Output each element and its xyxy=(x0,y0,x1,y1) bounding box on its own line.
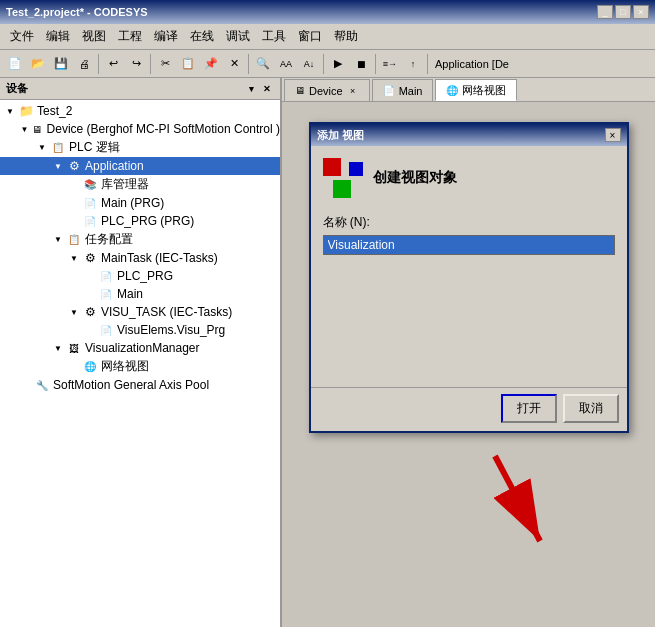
expander-application[interactable]: ▼ xyxy=(50,158,66,174)
toolbar-open[interactable]: 📂 xyxy=(27,53,49,75)
toolbar-b6[interactable]: ↑ xyxy=(402,53,424,75)
tree-item-test2[interactable]: ▼ 📁 Test_2 xyxy=(0,102,280,120)
menu-view[interactable]: 视图 xyxy=(76,26,112,47)
expander-maintask[interactable]: ▼ xyxy=(66,250,82,266)
menu-online[interactable]: 在线 xyxy=(184,26,220,47)
expander-taskconfig[interactable]: ▼ xyxy=(50,232,66,248)
device-tree: ▼ 📁 Test_2 ▼ 🖥 Device (Berghof MC-PI Sof… xyxy=(0,100,280,627)
icon-networkview: 🌐 xyxy=(82,359,98,375)
toolbar-redo[interactable]: ↪ xyxy=(125,53,147,75)
separator-2 xyxy=(150,54,151,74)
minimize-button[interactable]: _ xyxy=(597,5,613,19)
tree-item-plcprg2[interactable]: ▶ 📄 PLC_PRG xyxy=(0,267,280,285)
label-maintask: MainTask (IEC-Tasks) xyxy=(101,251,218,265)
label-application: Application xyxy=(85,159,144,173)
menu-window[interactable]: 窗口 xyxy=(292,26,328,47)
expander-test2[interactable]: ▼ xyxy=(2,103,18,119)
dialog-open-button[interactable]: 打开 xyxy=(501,394,557,423)
toolbar-b5[interactable]: ≡→ xyxy=(379,53,401,75)
toolbar-paste[interactable]: 📌 xyxy=(200,53,222,75)
tree-item-visuelems[interactable]: ▶ 📄 VisuElems.Visu_Prg xyxy=(0,321,280,339)
icon-visutask: ⚙ xyxy=(82,304,98,320)
toolbar-save[interactable]: 💾 xyxy=(50,53,72,75)
dialog-icon-blue xyxy=(349,162,363,176)
toolbar-print[interactable]: 🖨 xyxy=(73,53,95,75)
toolbar-b2[interactable]: A↓ xyxy=(298,53,320,75)
expander-plc[interactable]: ▼ xyxy=(34,140,50,156)
dialog-close-button[interactable]: × xyxy=(605,128,621,142)
icon-main: 📄 xyxy=(82,195,98,211)
tab-device-close[interactable]: × xyxy=(347,85,359,97)
tab-device-label: Device xyxy=(309,85,343,97)
menu-tools[interactable]: 工具 xyxy=(256,26,292,47)
menu-edit[interactable]: 编辑 xyxy=(40,26,76,47)
tab-networkview[interactable]: 🌐 网络视图 xyxy=(435,79,517,101)
dialog-cancel-button[interactable]: 取消 xyxy=(563,394,619,423)
tab-main[interactable]: 📄 Main xyxy=(372,79,434,101)
label-visutask: VISU_TASK (IEC-Tasks) xyxy=(101,305,232,319)
icon-maintask: ⚙ xyxy=(82,250,98,266)
toolbar-undo[interactable]: ↩ xyxy=(102,53,124,75)
tab-device[interactable]: 🖥 Device × xyxy=(284,79,370,101)
tree-item-maintask[interactable]: ▼ ⚙ MainTask (IEC-Tasks) xyxy=(0,249,280,267)
dialog-heading: 创建视图对象 xyxy=(373,169,457,187)
menu-build[interactable]: 编译 xyxy=(148,26,184,47)
tab-networkview-label: 网络视图 xyxy=(462,83,506,98)
tab-main-icon: 📄 xyxy=(383,85,395,96)
toolbar-b4[interactable]: ⏹ xyxy=(350,53,372,75)
tree-item-visutask[interactable]: ▼ ⚙ VISU_TASK (IEC-Tasks) xyxy=(0,303,280,321)
label-plc: PLC 逻辑 xyxy=(69,139,120,156)
separator-5 xyxy=(375,54,376,74)
toolbar-delete[interactable]: ✕ xyxy=(223,53,245,75)
label-plcprg2: PLC_PRG xyxy=(117,269,173,283)
icon-test2: 📁 xyxy=(18,103,34,119)
toolbar-copy[interactable]: 📋 xyxy=(177,53,199,75)
toolbar-find[interactable]: 🔍 xyxy=(252,53,274,75)
add-view-dialog: 添加 视图 × 创建视图对象 xyxy=(309,122,629,433)
panel-close-button[interactable]: ✕ xyxy=(260,82,274,96)
tree-item-taskconfig[interactable]: ▼ 📋 任务配置 xyxy=(0,230,280,249)
expander-device[interactable]: ▼ xyxy=(18,121,31,137)
expander-visumanager[interactable]: ▼ xyxy=(50,340,66,356)
menu-debug[interactable]: 调试 xyxy=(220,26,256,47)
dialog-title: 添加 视图 xyxy=(317,128,364,143)
separator-3 xyxy=(248,54,249,74)
menu-help[interactable]: 帮助 xyxy=(328,26,364,47)
tree-item-visumanager[interactable]: ▼ 🖼 VisualizationManager xyxy=(0,339,280,357)
app-title: Test_2.project* - CODESYS xyxy=(6,6,148,18)
toolbar-new[interactable]: 📄 xyxy=(4,53,26,75)
window-controls: _ □ × xyxy=(597,5,649,19)
dialog-name-input[interactable] xyxy=(323,235,615,255)
close-window-button[interactable]: × xyxy=(633,5,649,19)
separator-1 xyxy=(98,54,99,74)
toolbar-cut[interactable]: ✂ xyxy=(154,53,176,75)
panel-pin-button[interactable]: ▾ xyxy=(244,82,258,96)
menu-bar: 文件 编辑 视图 工程 编译 在线 调试 工具 窗口 帮助 xyxy=(0,24,655,50)
dialog-footer: 打开 取消 xyxy=(311,387,627,431)
device-panel: 设备 ▾ ✕ ▼ 📁 Test_2 ▼ 🖥 Device (Berghof MC… xyxy=(0,78,282,627)
tree-item-softmotion[interactable]: ▶ 🔧 SoftMotion General Axis Pool xyxy=(0,376,280,394)
tree-item-plcprg[interactable]: ▶ 📄 PLC_PRG (PRG) xyxy=(0,212,280,230)
dialog-overlay: 添加 视图 × 创建视图对象 xyxy=(282,102,655,627)
tree-item-device[interactable]: ▼ 🖥 Device (Berghof MC-PI SoftMotion Con… xyxy=(0,120,280,138)
toolbar-b1[interactable]: AA xyxy=(275,53,297,75)
label-plcprg: PLC_PRG (PRG) xyxy=(101,214,194,228)
panel-title: 设备 xyxy=(6,81,28,96)
expander-visutask[interactable]: ▼ xyxy=(66,304,82,320)
label-softmotion: SoftMotion General Axis Pool xyxy=(53,378,209,392)
menu-project[interactable]: 工程 xyxy=(112,26,148,47)
tree-item-plc[interactable]: ▼ 📋 PLC 逻辑 xyxy=(0,138,280,157)
separator-6 xyxy=(427,54,428,74)
tree-item-main2[interactable]: ▶ 📄 Main xyxy=(0,285,280,303)
tree-item-libmanager[interactable]: ▶ 📚 库管理器 xyxy=(0,175,280,194)
maximize-button[interactable]: □ xyxy=(615,5,631,19)
tab-bar: 🖥 Device × 📄 Main 🌐 网络视图 xyxy=(282,78,655,102)
icon-plc: 📋 xyxy=(50,140,66,156)
label-taskconfig: 任务配置 xyxy=(85,231,133,248)
tree-item-main[interactable]: ▶ 📄 Main (PRG) xyxy=(0,194,280,212)
toolbar-b3[interactable]: ▶ xyxy=(327,53,349,75)
menu-file[interactable]: 文件 xyxy=(4,26,40,47)
dialog-spacer xyxy=(323,255,615,375)
tree-item-application[interactable]: ▼ ⚙ Application xyxy=(0,157,280,175)
tree-item-networkview[interactable]: ▶ 🌐 网络视图 xyxy=(0,357,280,376)
